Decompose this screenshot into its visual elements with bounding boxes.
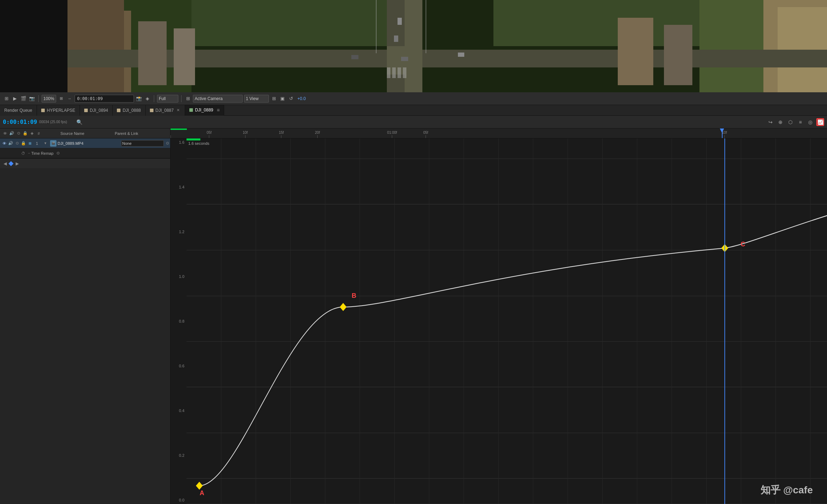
- layer-1-audio[interactable]: 🔊: [8, 141, 13, 146]
- fit-icon[interactable]: ⊞: [58, 95, 65, 102]
- motion-blur-tool[interactable]: ◎: [806, 118, 814, 126]
- layer-1-parent[interactable]: None: [121, 140, 164, 147]
- graph-area[interactable]: 1.61.41.21.00.80.60.40.20.0: [171, 138, 827, 504]
- graph-editor-tool[interactable]: 📈: [816, 118, 824, 126]
- layer-headers: 👁 🔊 ⊙ 🔒 ◈ # Source Name Parent & Link: [0, 128, 170, 138]
- value-label-1.4: 1.4: [171, 185, 187, 189]
- render-icon[interactable]: ▣: [279, 95, 286, 102]
- layer-1-name: DJI_0889.MP4: [58, 141, 121, 146]
- search-icon[interactable]: 🔍: [76, 118, 83, 126]
- layer-1-parent-icon[interactable]: ⊙: [164, 141, 170, 146]
- tab-dji0888[interactable]: DJI_0888: [113, 105, 145, 116]
- camera-select[interactable]: Active Camera: [193, 95, 243, 103]
- keyframe-A[interactable]: [196, 482, 202, 490]
- svg-rect-16: [664, 25, 692, 85]
- parent-link-header: Parent & Link: [115, 131, 168, 136]
- svg-rect-13: [138, 21, 167, 85]
- value-labels: 1.61.41.21.00.80.60.40.20.0: [171, 138, 187, 504]
- tab-dji0887-close[interactable]: ✕: [176, 108, 180, 113]
- svg-rect-14: [174, 28, 195, 85]
- layer-1-expand[interactable]: ▾: [43, 141, 48, 146]
- layer-1-lock[interactable]: 🔒: [21, 141, 26, 146]
- tab-dji0894[interactable]: DJI_0894: [80, 105, 113, 116]
- nav-prev[interactable]: ◀: [2, 161, 8, 166]
- layer-row-1[interactable]: 👁 🔊 ⊙ 🔒 ◼ 1 ▾ 🎬 DJI_0889.MP4 None ⊙: [0, 138, 170, 148]
- toolbar: ⊞ ▶ 🎬 📷 100% ⊞ ↔ 📸 ◈ Full ⊞ Active Camer…: [0, 92, 827, 105]
- layer-1-number: 1: [33, 141, 40, 146]
- separator-3: [181, 95, 182, 102]
- label-col-icon[interactable]: ◈: [29, 131, 35, 136]
- preview-icon[interactable]: ▶: [11, 95, 18, 102]
- time-remap-label: Time Remap: [31, 151, 54, 155]
- layer-1-solo[interactable]: ⊙: [14, 141, 20, 146]
- tab-dji0887[interactable]: DJI_0887 ✕: [146, 105, 185, 116]
- nav-keyframe-diamond[interactable]: [9, 161, 13, 166]
- source-name-header: Source Name: [46, 131, 113, 136]
- tab-dji0889-menu[interactable]: ≡: [217, 107, 220, 113]
- grid-icon[interactable]: ⊞: [184, 95, 191, 102]
- value-label-0.0: 0.0: [171, 498, 187, 502]
- null-tool[interactable]: ⊕: [777, 118, 784, 126]
- tab-dji0889-label: DJI_0889: [195, 108, 213, 113]
- timeline-fps: 00034 (25.00 fps): [39, 120, 67, 124]
- fit-width-icon[interactable]: ↔: [66, 95, 73, 102]
- value-label-1.0: 1.0: [171, 274, 187, 279]
- svg-rect-56: [187, 138, 200, 141]
- keyframe-B[interactable]: [340, 303, 346, 311]
- svg-rect-20: [351, 55, 358, 59]
- reset-icon[interactable]: ↺: [287, 95, 294, 102]
- value-label-0.6: 0.6: [171, 364, 187, 368]
- render-queue-icon[interactable]: 🎬: [20, 95, 27, 102]
- video-preview: [0, 0, 827, 92]
- transparency-icon[interactable]: ◈: [144, 95, 151, 102]
- svg-rect-4: [67, 0, 124, 92]
- snapshot-icon[interactable]: 📷: [28, 95, 36, 102]
- num-col-icon[interactable]: #: [36, 131, 42, 136]
- svg-rect-15: [618, 18, 653, 85]
- layer-nav: ◀ ▶: [0, 158, 170, 168]
- audio-col-icon[interactable]: 🔊: [9, 131, 15, 136]
- shape-tool[interactable]: ⬡: [787, 118, 794, 126]
- layer-1-eye[interactable]: 👁: [1, 141, 7, 146]
- tabs-row: Render Queue HYPERLAPSE DJI_0894 DJI_088…: [0, 105, 827, 116]
- align-tool[interactable]: ≡: [796, 118, 804, 126]
- quality-select[interactable]: Full: [157, 95, 178, 103]
- svg-rect-27: [403, 67, 406, 78]
- time-ruler-inner: 05f10f15f20f01:00f05f10f: [171, 128, 827, 138]
- nav-next[interactable]: ▶: [14, 161, 20, 166]
- tab-render-queue[interactable]: Render Queue: [0, 105, 37, 116]
- ruler-mark-20f: 20f: [315, 131, 320, 138]
- zoom-select[interactable]: 100%: [42, 95, 56, 103]
- tab-hyperlapse[interactable]: HYPERLAPSE: [37, 105, 80, 116]
- timeline-tools: 0:00:01:09 00034 (25.00 fps) 🔍 ↪ ⊕ ⬡ ≡ ◎…: [0, 116, 827, 128]
- svg-rect-17: [398, 18, 402, 25]
- tab-dji0889-dot: [189, 108, 193, 112]
- ruler-mark-01:00f: 01:00f: [387, 131, 397, 138]
- layer-switches-icon[interactable]: ⊞: [270, 95, 277, 102]
- tab-dji0889[interactable]: DJI_0889 ≡: [185, 105, 225, 116]
- layer-1-label[interactable]: ◼: [27, 141, 33, 146]
- timecode-input[interactable]: [75, 95, 134, 103]
- graph-svg: [187, 138, 827, 504]
- svg-rect-18: [394, 35, 398, 42]
- eye-col-icon[interactable]: 👁: [2, 131, 8, 136]
- view-layout-select[interactable]: 1 View: [244, 95, 269, 103]
- svg-rect-26: [398, 67, 401, 78]
- comp-area: 0:00:01:09 00034 (25.00 fps) 🔍 ↪ ⊕ ⬡ ≡ ◎…: [0, 116, 827, 504]
- ruler-mark-05f: 05f: [207, 131, 212, 138]
- time-remap-row: ⏱ ╌ Time Remap ⊙: [0, 148, 170, 158]
- time-ruler: 05f10f15f20f01:00f05f10f: [171, 128, 827, 138]
- svg-rect-25: [392, 67, 396, 78]
- tab-dji0894-dot: [84, 109, 88, 112]
- lock-col-icon[interactable]: 🔒: [22, 131, 28, 136]
- pick-whip-tool[interactable]: ↪: [767, 118, 774, 126]
- solo-col-icon[interactable]: ⊙: [16, 131, 21, 136]
- camera-snapshot-icon[interactable]: 📸: [135, 95, 142, 102]
- work-area-bar: [171, 128, 187, 130]
- comp-settings-icon[interactable]: ⊞: [3, 95, 10, 102]
- layer-1-switches: 👁 🔊 ⊙ 🔒 ◼ 1: [0, 141, 43, 146]
- ruler-mark-start: [171, 135, 171, 138]
- offset-value: +0.0: [296, 96, 307, 101]
- timeline-timecode: 0:00:01:09: [3, 119, 37, 125]
- svg-rect-24: [387, 67, 390, 78]
